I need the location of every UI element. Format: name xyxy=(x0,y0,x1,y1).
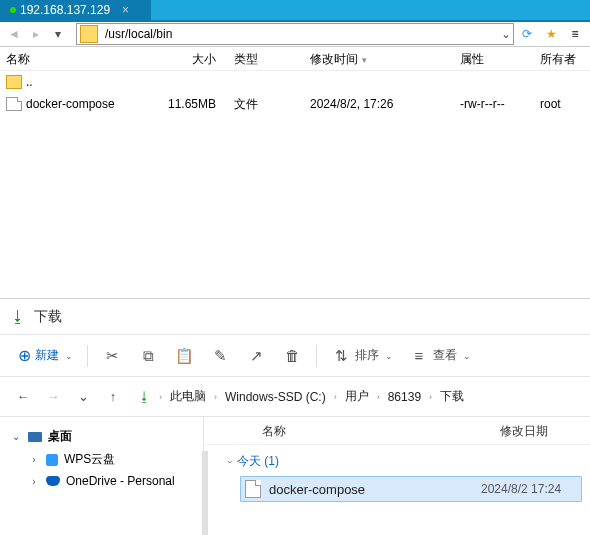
breadcrumb[interactable]: ⭳ › 此电脑› Windows-SSD (C:)› 用户› 86139› 下载 xyxy=(138,388,580,405)
close-icon[interactable]: × xyxy=(122,3,129,17)
trash-icon: 🗑 xyxy=(282,347,302,364)
chevron-down-icon[interactable]: ⌄ xyxy=(10,431,22,442)
chevron-down-icon: › xyxy=(225,461,235,464)
tab-title: 192.168.137.129 xyxy=(20,3,110,17)
col-type[interactable]: 类型 xyxy=(222,47,304,70)
scissors-icon: ✂ xyxy=(102,347,122,365)
col-name[interactable]: 名称 xyxy=(204,417,490,444)
col-owner[interactable]: 所有者 xyxy=(534,47,590,70)
nav-tree: ⌄ 桌面 › WPS云盘 › OneDrive - Personal xyxy=(0,417,204,535)
explorer-title-bar: ⭳ 下载 xyxy=(0,299,590,335)
wps-cloud-icon xyxy=(46,454,58,466)
path-input[interactable] xyxy=(101,27,499,41)
col-size[interactable]: 大小 xyxy=(160,47,222,70)
remote-row-file[interactable]: docker-compose 11.65MB 文件 2024/8/2, 17:2… xyxy=(0,93,590,115)
sort-desc-icon: ▾ xyxy=(362,55,367,65)
sort-icon: ⇅ xyxy=(331,347,351,365)
remote-list-header: 名称 大小 类型 修改时间▾ 属性 所有者 xyxy=(0,47,590,71)
new-button[interactable]: ⊕新建⌄ xyxy=(12,342,79,369)
view-icon: ≡ xyxy=(409,347,429,364)
downloads-icon: ⭳ xyxy=(10,308,26,326)
explorer-title: 下载 xyxy=(34,308,62,326)
copy-icon: ⧉ xyxy=(138,347,158,365)
folder-icon xyxy=(80,25,98,43)
clipboard-icon: 📋 xyxy=(174,347,194,365)
nav-forward-button[interactable]: → xyxy=(44,389,62,404)
remote-session-tab[interactable]: 192.168.137.129 × xyxy=(0,0,151,20)
paste-button[interactable]: 📋 xyxy=(168,343,200,369)
file-icon xyxy=(245,480,261,498)
refresh-button[interactable]: ⟳ xyxy=(516,23,538,45)
remote-row-parent[interactable]: .. xyxy=(0,71,590,93)
nav-recent-button[interactable]: ⌄ xyxy=(74,389,92,404)
sort-button[interactable]: ⇅排序⌄ xyxy=(325,343,399,369)
back-button[interactable]: ◄ xyxy=(4,24,24,44)
chevron-right-icon[interactable]: › xyxy=(28,454,40,465)
cut-button[interactable]: ✂ xyxy=(96,343,128,369)
file-modified: 2024/8/2 17:24 xyxy=(481,482,581,496)
forward-button[interactable]: ▸ xyxy=(26,24,46,44)
file-name: docker-compose xyxy=(269,482,481,497)
desktop-icon xyxy=(28,432,42,442)
nav-back-button[interactable]: ← xyxy=(14,389,32,404)
downloads-icon: ⭳ xyxy=(138,389,151,404)
scrollbar[interactable] xyxy=(202,451,208,535)
file-row[interactable]: docker-compose 2024/8/2 17:24 xyxy=(240,476,582,502)
tree-node-desktop[interactable]: ⌄ 桌面 xyxy=(6,425,197,448)
history-dropdown[interactable]: ▾ xyxy=(48,24,68,44)
group-header-today[interactable]: ›今天 (1) xyxy=(204,445,590,476)
explorer-list-header: 名称 修改日期 xyxy=(204,417,590,445)
chevron-down-icon: ⌄ xyxy=(463,351,471,361)
rename-button[interactable]: ✎ xyxy=(204,343,236,369)
chevron-down-icon: ⌄ xyxy=(385,351,393,361)
col-modified[interactable]: 修改时间▾ xyxy=(304,47,454,70)
more-button[interactable]: ≡ xyxy=(564,23,586,45)
col-modified[interactable]: 修改日期 xyxy=(490,417,590,444)
status-dot-icon xyxy=(10,7,16,13)
tree-node-onedrive[interactable]: › OneDrive - Personal xyxy=(6,471,197,491)
file-icon xyxy=(6,97,22,111)
path-dropdown-icon[interactable]: ⌄ xyxy=(499,27,513,41)
col-name[interactable]: 名称 xyxy=(0,47,160,70)
tree-node-wps[interactable]: › WPS云盘 xyxy=(6,448,197,471)
path-input-container[interactable]: ⌄ xyxy=(76,23,514,45)
share-button[interactable]: ↗ xyxy=(240,343,272,369)
delete-button[interactable]: 🗑 xyxy=(276,343,308,368)
nav-up-button[interactable]: ↑ xyxy=(104,389,122,404)
chevron-right-icon[interactable]: › xyxy=(28,476,40,487)
bookmark-button[interactable]: ★ xyxy=(540,23,562,45)
col-attrs[interactable]: 属性 xyxy=(454,47,534,70)
onedrive-icon xyxy=(46,476,60,486)
chevron-down-icon: ⌄ xyxy=(65,351,73,361)
copy-button[interactable]: ⧉ xyxy=(132,343,164,369)
view-button[interactable]: ≡查看⌄ xyxy=(403,343,477,368)
folder-icon xyxy=(6,75,22,89)
rename-icon: ✎ xyxy=(210,347,230,365)
share-icon: ↗ xyxy=(246,347,266,365)
